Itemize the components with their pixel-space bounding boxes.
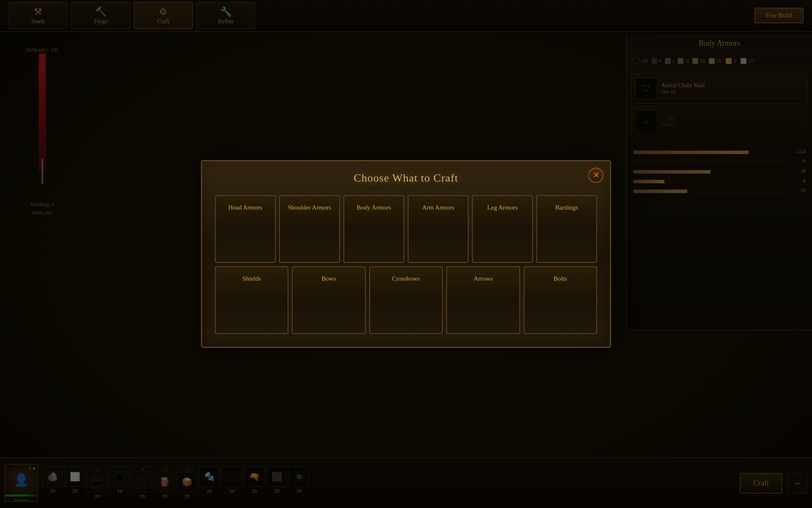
craft-item-label: Shields — [242, 275, 261, 283]
craft-item-label: Leg Armors — [487, 204, 518, 212]
craft-grid-row2: Shields Bows Crossbows Arrows Bolts — [215, 266, 597, 334]
modal-title: Choose What to Craft — [215, 172, 597, 185]
craft-item-label: Body Armors — [357, 204, 391, 212]
craft-item-bows[interactable]: Bows — [292, 266, 365, 334]
craft-item-body-armors[interactable]: Body Armors — [343, 195, 404, 263]
craft-item-label: Crossbows — [392, 275, 420, 283]
modal-close-button[interactable]: ✕ — [588, 168, 604, 183]
craft-item-crossbows[interactable]: Crossbows — [369, 266, 443, 334]
craft-item-label: Head Armors — [228, 204, 262, 212]
craft-item-label: Bows — [322, 275, 336, 283]
craft-item-arm-armors[interactable]: Arm Armors — [408, 195, 469, 263]
craft-item-leg-armors[interactable]: Leg Armors — [472, 195, 533, 263]
craft-item-label: Bardings — [555, 204, 578, 212]
craft-item-label: Bolts — [554, 275, 567, 283]
craft-item-shields[interactable]: Shields — [215, 266, 288, 334]
craft-item-label: Arrows — [474, 275, 493, 283]
craft-item-label: Arm Armors — [422, 204, 454, 212]
craft-item-head-armors[interactable]: Head Armors — [215, 195, 276, 263]
craft-modal: Choose What to Craft ✕ Head Armors Shoul… — [201, 160, 611, 348]
craft-item-label: Shoulder Armors — [288, 204, 332, 212]
craft-item-bardings[interactable]: Bardings — [536, 195, 597, 263]
craft-item-bolts[interactable]: Bolts — [524, 266, 597, 334]
craft-item-arrows[interactable]: Arrows — [446, 266, 520, 334]
craft-grid-row1: Head Armors Shoulder Armors Body Armors … — [215, 195, 597, 263]
craft-item-shoulder-armors[interactable]: Shoulder Armors — [279, 195, 340, 263]
modal-overlay: Choose What to Craft ✕ Head Armors Shoul… — [0, 0, 812, 508]
